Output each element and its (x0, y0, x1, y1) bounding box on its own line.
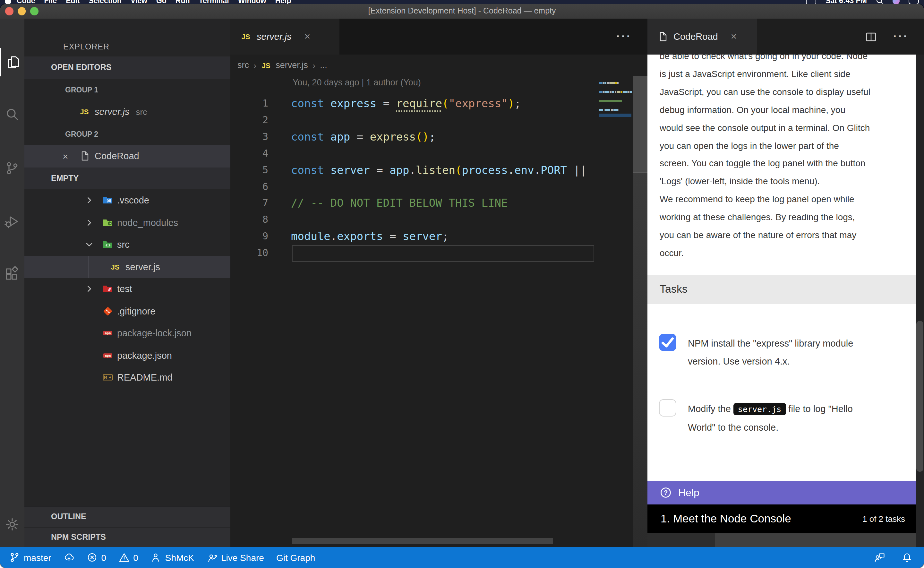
js-file-icon: JS (261, 60, 271, 70)
menu-help[interactable]: Help (275, 0, 291, 4)
statusbar-shmck[interactable]: ShMcK (151, 552, 194, 563)
file-icon (79, 151, 89, 162)
vscode-window: [Extension Development Host] - CodeRoad … (0, 4, 924, 568)
open-editor-server-js[interactable]: JSserver.jssrc (24, 101, 231, 123)
code-line-6: 6 (231, 178, 633, 195)
help-button[interactable]: ? Help (647, 481, 915, 505)
editor-more-actions-icon[interactable]: ··· (617, 19, 632, 54)
lesson-paragraph: be able to check what's going on in your… (660, 54, 913, 263)
activity-bar (0, 19, 24, 547)
tree-item-node_modules[interactable]: JSnode_modules (24, 211, 231, 234)
task-checkbox-unchecked[interactable] (659, 399, 676, 417)
tree-item-readme-md[interactable]: README.md (24, 367, 231, 388)
tree-item-test[interactable]: test (24, 278, 231, 300)
statusbar-0[interactable]: 0 (87, 552, 107, 563)
tree-item--gitignore[interactable]: .gitignore (24, 300, 231, 322)
js-icon: JS (110, 262, 120, 272)
spotlight-icon[interactable] (876, 0, 883, 4)
node-folder-icon: JS (102, 218, 113, 228)
menu-file[interactable]: File (44, 0, 57, 4)
file-name: .vscode (117, 195, 149, 206)
menu-go[interactable]: Go (156, 0, 166, 4)
menu-code[interactable]: Code (17, 0, 35, 4)
breadcrumb-file: server.js (276, 60, 308, 70)
lesson-progress: 1 of 2 tasks (862, 514, 905, 524)
statusbar-master[interactable]: master (9, 552, 51, 563)
menu-clock[interactable]: Sat 6:43 PM (826, 0, 867, 4)
chevron-right-icon (38, 533, 47, 542)
menu-selection[interactable]: Selection (89, 0, 122, 4)
statusbar-0[interactable]: 0 (118, 552, 138, 563)
apple-menu-icon[interactable] (0, 0, 17, 4)
tree-item--vscode[interactable]: .vscode (24, 189, 231, 211)
task-checkbox-checked[interactable] (659, 334, 676, 351)
tree-item-server-js[interactable]: JSserver.js (24, 256, 231, 278)
bell-icon (901, 552, 912, 563)
activity-run-and-debug-icon[interactable] (0, 207, 24, 236)
svg-text:npm: npm (105, 331, 110, 335)
activity-source-control-icon[interactable] (0, 154, 24, 182)
tab-coderoad[interactable]: CodeRoad × (647, 19, 757, 54)
webview-more-actions-icon[interactable]: ··· (893, 19, 909, 54)
editor-group-1: JS server.js × ··· src › JS server.js › … (231, 19, 647, 547)
open-editor-coderoad[interactable]: ×CodeRoad (24, 145, 231, 167)
statusbar-live-share[interactable]: Live Share (206, 552, 264, 563)
line-number: 2 (231, 112, 268, 128)
breadcrumb[interactable]: src › JS server.js › ... (231, 54, 647, 76)
coderoad-webview[interactable]: be able to check what's going on in your… (647, 54, 915, 547)
split-editor-icon[interactable] (865, 19, 877, 54)
close-tab-icon[interactable]: × (731, 31, 737, 42)
open-editors-group-label: GROUP 1 (24, 79, 231, 101)
person-icon (151, 552, 161, 563)
statusbar-git-graph[interactable]: Git Graph (276, 552, 315, 562)
webview-vertical-scrollbar[interactable] (915, 54, 924, 547)
chevron-right-icon: › (253, 60, 256, 70)
menu-terminal[interactable]: Terminal (199, 0, 229, 4)
branch-icon (9, 552, 20, 563)
npm-icon: npm (102, 328, 113, 338)
close-icon[interactable]: × (63, 151, 68, 162)
editor-vertical-scrollbar[interactable] (633, 76, 647, 547)
chevron-right-icon (84, 285, 93, 294)
sidebar-section-outline[interactable]: OUTLINE (24, 506, 231, 527)
editor-horizontal-scrollbar[interactable] (292, 538, 553, 544)
tree-item-src[interactable]: src (24, 234, 231, 256)
menu-view[interactable]: View (131, 0, 147, 4)
line-number: 3 (231, 128, 268, 145)
control-center-icon[interactable] (909, 0, 919, 4)
close-tab-icon[interactable]: × (304, 31, 311, 42)
screen: CodeFileEditSelectionViewGoRunTerminalWi… (0, 0, 924, 568)
code-line-2: 2 (231, 112, 633, 128)
code-line-5: 5const server = app.listen(process.env.P… (231, 162, 633, 178)
menu-window[interactable]: Window (238, 0, 266, 4)
menu-run[interactable]: Run (175, 0, 190, 4)
statusbar-cloud-upload[interactable] (63, 552, 74, 563)
markdown-icon (102, 373, 113, 383)
line-number: 1 (231, 95, 268, 112)
tab-server-js[interactable]: JS server.js × (231, 19, 339, 54)
workspace-section-header[interactable]: EMPTY (24, 167, 231, 189)
line-number: 9 (231, 228, 268, 245)
title-bar[interactable]: [Extension Development Host] - CodeRoad … (0, 4, 924, 19)
open-editors-header[interactable]: OPEN EDITORS (24, 56, 231, 79)
feedback-icon (874, 552, 885, 563)
tree-item-package-json[interactable]: npmpackage.json (24, 344, 231, 367)
statusbar-bell[interactable] (901, 552, 912, 563)
code-line-9: 9module.exports = server; (231, 228, 633, 245)
activity-extensions-icon[interactable] (0, 260, 24, 288)
breadcrumb-symbol: ... (320, 60, 327, 70)
svg-text:npm: npm (105, 353, 110, 357)
webview-horizontal-scrollbar[interactable] (647, 533, 915, 547)
activity-search-icon[interactable] (0, 100, 24, 128)
git-icon (102, 306, 113, 316)
siri-icon[interactable] (892, 0, 900, 4)
activity-explorer-icon[interactable] (0, 48, 26, 76)
minimap[interactable] (599, 76, 632, 123)
menu-edit[interactable]: Edit (66, 0, 80, 4)
code-editor[interactable]: You, 20 days ago | 1 author (You) 1const… (231, 76, 647, 547)
statusbar-feedback[interactable] (874, 552, 885, 563)
tree-item-package-lock-json[interactable]: npmpackage-lock.json (24, 322, 231, 344)
sidebar-section-npm-scripts[interactable]: NPM SCRIPTS (24, 527, 231, 547)
activity-manage-gear-icon[interactable] (0, 510, 24, 538)
gitlens-blame-annotation: You, 20 days ago | 1 author (You) (292, 78, 421, 87)
